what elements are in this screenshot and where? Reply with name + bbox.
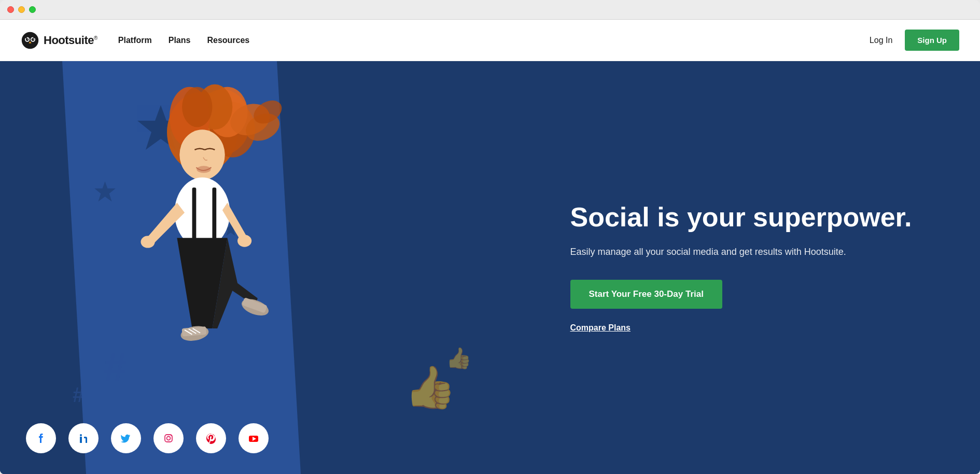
- browser-content: Hootsuite® Platform Plans Resources Log …: [0, 20, 980, 474]
- svg-point-3: [26, 38, 29, 40]
- nav-platform[interactable]: Platform: [118, 36, 152, 45]
- owl-icon: [21, 31, 39, 50]
- svg-point-29: [237, 235, 251, 247]
- minimize-button[interactable]: [18, 6, 25, 13]
- social-bar: [26, 423, 269, 453]
- svg-rect-40: [80, 437, 82, 443]
- hero-person-image: [104, 82, 301, 434]
- hero-subtext: Easily manage all your social media and …: [570, 245, 939, 259]
- nav-plans-link[interactable]: Plans: [169, 36, 191, 45]
- svg-point-19: [182, 87, 212, 127]
- svg-point-5: [27, 38, 29, 39]
- hero-right: Social is your superpower. Easily manage…: [539, 61, 981, 474]
- hash-icon-small: #: [73, 383, 84, 407]
- maximize-button[interactable]: [29, 6, 36, 13]
- navbar-left: Hootsuite® Platform Plans Resources: [21, 31, 249, 50]
- svg-point-41: [80, 434, 82, 436]
- svg-point-46: [171, 435, 172, 436]
- hero-headline: Social is your superpower.: [570, 203, 939, 232]
- twitter-icon[interactable]: [111, 423, 141, 453]
- youtube-icon[interactable]: [239, 423, 269, 453]
- navbar-right: Log In Sign Up: [870, 30, 959, 51]
- svg-point-39: [76, 431, 91, 446]
- window-chrome: [0, 0, 980, 20]
- thumbs-up-icon-small: 👍: [446, 346, 472, 370]
- trial-button[interactable]: Start Your Free 30-Day Trial: [570, 280, 722, 309]
- login-link[interactable]: Log In: [870, 36, 892, 45]
- person-svg: [104, 82, 301, 434]
- logo-text: Hootsuite®: [44, 34, 97, 47]
- logo[interactable]: Hootsuite®: [21, 31, 97, 50]
- hero-left: # # 👍 👍: [0, 61, 539, 474]
- pinterest-icon[interactable]: [196, 423, 226, 453]
- instagram-icon[interactable]: [153, 423, 184, 453]
- compare-plans-link[interactable]: Compare Plans: [570, 323, 939, 333]
- svg-point-0: [22, 32, 38, 48]
- signup-button[interactable]: Sign Up: [905, 30, 959, 51]
- svg-point-4: [32, 38, 34, 40]
- nav-resources-link[interactable]: Resources: [207, 36, 249, 45]
- thumbs-up-icon-large: 👍: [404, 363, 456, 412]
- svg-point-6: [33, 38, 34, 39]
- nav-plans[interactable]: Plans: [169, 36, 191, 45]
- svg-point-37: [197, 166, 211, 173]
- linkedin-icon[interactable]: [68, 423, 99, 453]
- nav-resources[interactable]: Resources: [207, 36, 249, 45]
- svg-point-43: [161, 431, 176, 446]
- navbar: Hootsuite® Platform Plans Resources Log …: [0, 20, 980, 61]
- svg-point-28: [141, 236, 155, 248]
- nav-links: Platform Plans Resources: [118, 36, 249, 45]
- nav-platform-link[interactable]: Platform: [118, 36, 152, 45]
- hero-section: # # 👍 👍: [0, 61, 980, 474]
- close-button[interactable]: [7, 6, 14, 13]
- facebook-icon[interactable]: [26, 423, 56, 453]
